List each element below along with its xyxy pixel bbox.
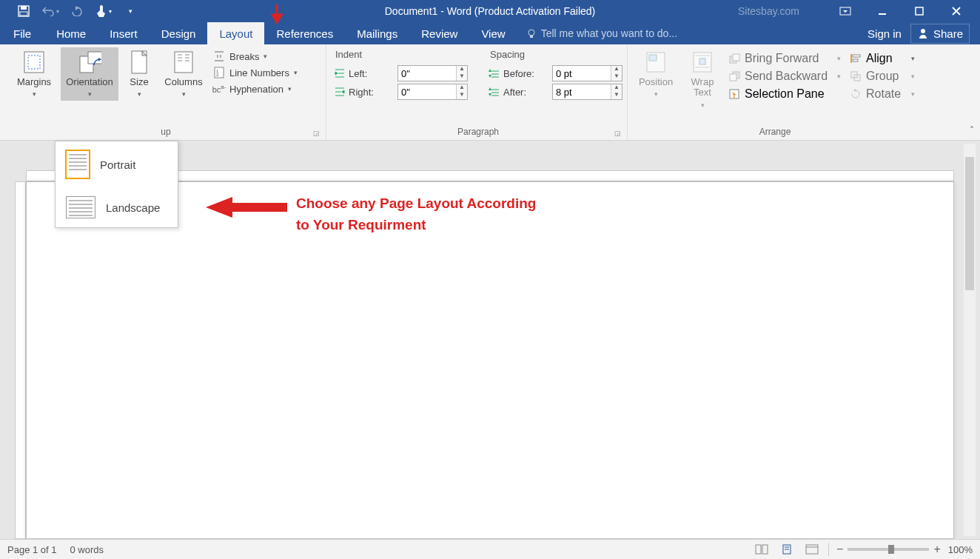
rotate-label: Rotate bbox=[866, 87, 901, 101]
tab-references[interactable]: References bbox=[264, 22, 345, 44]
redo-icon[interactable] bbox=[67, 2, 87, 20]
send-backward-icon bbox=[728, 70, 740, 82]
hyphenation-button[interactable]: bca- Hyphenation ▾ bbox=[210, 81, 321, 96]
print-layout-icon[interactable] bbox=[778, 542, 796, 557]
svg-rect-1 bbox=[21, 6, 27, 10]
line-numbers-button[interactable]: 12 Line Numbers ▾ bbox=[210, 65, 321, 80]
tab-review[interactable]: Review bbox=[409, 22, 469, 44]
lightbulb-icon bbox=[526, 28, 537, 39]
tab-home[interactable]: Home bbox=[44, 22, 98, 44]
chevron-down-icon: ▾ bbox=[837, 73, 841, 80]
rotate-icon bbox=[850, 88, 862, 100]
spacing-before-icon bbox=[489, 68, 500, 78]
chevron-down-icon: ▾ bbox=[911, 55, 915, 62]
tab-file[interactable]: File bbox=[0, 22, 44, 44]
orientation-icon bbox=[78, 50, 101, 74]
group-paragraph: Indent Left: ▲▼ Right: ▲▼ Spacing Before… bbox=[326, 44, 628, 140]
svg-rect-5 bbox=[916, 7, 923, 15]
bring-forward-label: Bring Forward bbox=[745, 52, 819, 65]
indent-right-icon bbox=[334, 87, 346, 97]
rotate-button[interactable]: Rotate▾ bbox=[847, 86, 918, 102]
quick-access-toolbar: ▾ ▾ ▾ bbox=[0, 2, 141, 20]
ribbon: Margins ▾ Orientation ▾ Size ▾ bbox=[0, 44, 980, 141]
tab-layout[interactable]: Layout bbox=[207, 22, 264, 44]
spacing-before-label: Before: bbox=[503, 68, 549, 79]
spin-down-icon[interactable]: ▼ bbox=[611, 92, 622, 99]
spin-down-icon[interactable]: ▼ bbox=[611, 73, 622, 81]
size-button[interactable]: Size ▾ bbox=[121, 47, 157, 101]
align-button[interactable]: Align▾ bbox=[847, 50, 918, 67]
chevron-down-icon: ▾ bbox=[911, 90, 915, 98]
tab-mailings[interactable]: Mailings bbox=[345, 22, 409, 44]
zoom-slider[interactable]: − + bbox=[836, 543, 941, 556]
annotation-arrow-down-icon bbox=[269, 4, 284, 25]
sign-in-link[interactable]: Sign in bbox=[867, 27, 902, 40]
spacing-before-input[interactable]: ▲▼ bbox=[552, 65, 622, 81]
orientation-landscape-item[interactable]: Landscape bbox=[56, 187, 178, 227]
window-title: Document1 - Word (Product Activation Fai… bbox=[385, 5, 596, 17]
undo-icon[interactable]: ▾ bbox=[40, 2, 61, 20]
zoom-in-icon[interactable]: + bbox=[933, 543, 940, 556]
bring-forward-button[interactable]: Bring Forward▾ bbox=[725, 50, 844, 67]
indent-right-input[interactable]: ▲▼ bbox=[397, 84, 468, 100]
vertical-ruler[interactable] bbox=[15, 181, 26, 539]
spin-down-icon[interactable]: ▼ bbox=[457, 92, 467, 99]
scrollbar-thumb[interactable] bbox=[965, 157, 974, 290]
tab-design[interactable]: Design bbox=[150, 22, 208, 44]
chevron-down-icon: ▾ bbox=[264, 53, 267, 60]
indent-left-input[interactable]: ▲▼ bbox=[397, 65, 468, 81]
columns-label: Columns bbox=[164, 77, 202, 87]
touch-mode-icon[interactable]: ▾ bbox=[93, 2, 114, 20]
dialog-launcher-icon[interactable]: ◲ bbox=[313, 130, 320, 137]
share-button[interactable]: Share bbox=[910, 24, 970, 44]
svg-rect-40 bbox=[756, 545, 761, 554]
dialog-launcher-icon[interactable]: ◲ bbox=[614, 130, 621, 137]
breaks-button[interactable]: Breaks ▾ bbox=[210, 49, 321, 64]
maximize-icon[interactable] bbox=[906, 3, 933, 19]
chevron-down-icon: ▾ bbox=[88, 90, 92, 98]
orientation-button[interactable]: Orientation ▾ bbox=[61, 47, 118, 101]
spacing-after-input[interactable]: ▲▼ bbox=[552, 84, 622, 100]
indent-right-label: Right: bbox=[349, 87, 395, 98]
spacing-after-label: After: bbox=[503, 87, 549, 98]
close-icon[interactable] bbox=[943, 3, 970, 19]
columns-button[interactable]: Columns ▾ bbox=[160, 47, 207, 101]
chevron-down-icon: ▾ bbox=[294, 69, 298, 76]
selection-pane-button[interactable]: Selection Pane bbox=[725, 86, 844, 102]
send-backward-button[interactable]: Send Backward▾ bbox=[725, 68, 844, 84]
landscape-thumb-icon bbox=[66, 196, 95, 218]
collapse-ribbon-icon[interactable]: ˄ bbox=[970, 125, 974, 135]
orientation-label: Orientation bbox=[66, 77, 113, 87]
ribbon-tabs: File Home Insert Design Layout Reference… bbox=[0, 22, 980, 44]
read-mode-icon[interactable] bbox=[753, 542, 771, 557]
margins-button[interactable]: Margins ▾ bbox=[10, 47, 58, 101]
selection-pane-icon bbox=[728, 88, 740, 100]
status-page[interactable]: Page 1 of 1 bbox=[7, 544, 57, 555]
orientation-portrait-item[interactable]: Portrait bbox=[56, 141, 178, 187]
zoom-out-icon[interactable]: − bbox=[836, 543, 843, 556]
chevron-down-icon: ▾ bbox=[182, 90, 186, 98]
paragraph-group-label: Paragraph◲ bbox=[334, 127, 622, 138]
tell-me-search[interactable]: Tell me what you want to do... bbox=[517, 22, 677, 44]
indent-left-label: Left: bbox=[349, 68, 395, 79]
wrap-text-button[interactable]: Wrap Text ▾ bbox=[682, 47, 722, 112]
tab-insert[interactable]: Insert bbox=[98, 22, 150, 44]
line-numbers-icon: 12 bbox=[213, 67, 225, 78]
page-setup-group-label: up◲ bbox=[10, 127, 321, 138]
status-word-count[interactable]: 0 words bbox=[70, 544, 104, 555]
minimize-icon[interactable] bbox=[869, 3, 896, 19]
zoom-level[interactable]: 100% bbox=[948, 544, 973, 555]
breaks-icon bbox=[213, 50, 225, 62]
qat-customize-icon[interactable]: ▾ bbox=[120, 2, 141, 20]
svg-rect-4 bbox=[879, 13, 886, 15]
save-icon[interactable] bbox=[13, 2, 34, 20]
ribbon-display-icon[interactable] bbox=[832, 3, 859, 19]
tab-view[interactable]: View bbox=[469, 22, 517, 44]
spin-down-icon[interactable]: ▼ bbox=[457, 73, 467, 81]
position-button[interactable]: Position ▾ bbox=[632, 47, 679, 101]
chevron-down-icon: ▾ bbox=[33, 90, 36, 98]
web-layout-icon[interactable] bbox=[803, 542, 821, 557]
vertical-scrollbar[interactable] bbox=[964, 144, 976, 536]
group-objects-button[interactable]: Group▾ bbox=[847, 68, 918, 84]
portrait-label: Portrait bbox=[100, 158, 135, 171]
